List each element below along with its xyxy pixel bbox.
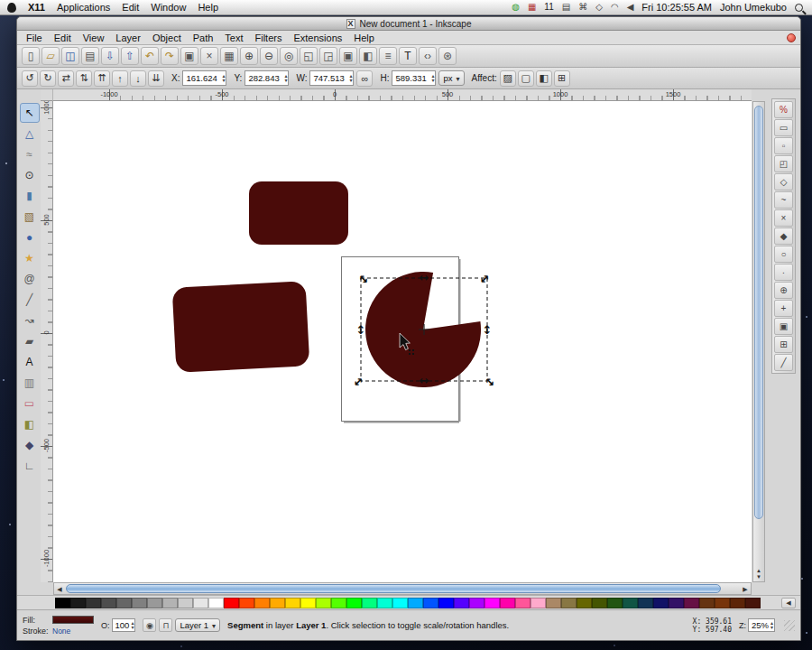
horizontal-scrollbar-thumb[interactable]: [66, 584, 721, 593]
palette-swatch-5[interactable]: [132, 598, 147, 608]
fill-swatch[interactable]: [52, 616, 94, 624]
scroll-left-arrow[interactable]: [54, 584, 65, 594]
snap-toggle[interactable]: %: [774, 101, 793, 118]
menu-layer[interactable]: Layer: [115, 32, 141, 43]
snap-cusp-nodes-toggle[interactable]: ◆: [774, 228, 793, 245]
copy-button[interactable]: ▣: [180, 47, 198, 65]
palette-swatch-17[interactable]: [316, 598, 331, 608]
flip-vertical-button[interactable]: ⇅: [76, 70, 92, 87]
palette-swatch-9[interactable]: [193, 598, 208, 608]
menubar-item-applications[interactable]: Applications: [57, 2, 110, 13]
palette-swatch-0[interactable]: [55, 598, 70, 608]
palette-swatch-23[interactable]: [408, 598, 423, 608]
palette-swatch-32[interactable]: [546, 598, 561, 608]
palette-scroll-left-icon[interactable]: ◀: [781, 598, 796, 608]
lower-to-bottom-button[interactable]: ⇊: [148, 70, 164, 87]
layer-dropdown[interactable]: Layer 1: [175, 618, 220, 632]
sync-status-icon[interactable]: ◍: [512, 3, 520, 12]
redo-button[interactable]: ↷: [161, 47, 179, 65]
zoom-input[interactable]: 25%: [748, 618, 775, 632]
tweak-tool[interactable]: ≈: [20, 144, 40, 164]
paste-button[interactable]: ▦: [220, 47, 238, 65]
paint-bucket-tool[interactable]: ◧: [20, 414, 40, 434]
palette-swatch-3[interactable]: [101, 598, 116, 608]
clone-button[interactable]: ◲: [319, 47, 337, 65]
preferences-button[interactable]: ⊛: [438, 47, 457, 65]
palette-swatch-4[interactable]: [116, 598, 132, 608]
palette-swatch-2[interactable]: [86, 598, 101, 608]
palette-swatch-26[interactable]: [454, 598, 469, 608]
vertical-scrollbar-arrows[interactable]: [753, 568, 764, 580]
skew-handle-left[interactable]: ↕: [356, 323, 366, 337]
lower-button[interactable]: ↓: [130, 70, 146, 87]
rounded-rectangle-shape-2[interactable]: [172, 281, 310, 373]
rounded-rectangle-shape-1[interactable]: [249, 181, 348, 245]
rectangle-tool[interactable]: ▮: [20, 186, 40, 206]
palette-swatch-15[interactable]: [285, 598, 300, 608]
affect-move-patterns-toggle[interactable]: ▢: [518, 70, 534, 87]
rotate-ccw-button[interactable]: ↺: [22, 70, 38, 87]
node-tool[interactable]: △: [20, 124, 40, 144]
stroke-value[interactable]: None: [52, 627, 94, 636]
palette-swatch-36[interactable]: [607, 598, 623, 608]
spotlight-icon[interactable]: [795, 4, 803, 12]
palette-swatch-37[interactable]: [623, 598, 638, 608]
snap-smooth-nodes-toggle[interactable]: ○: [774, 246, 793, 263]
y-spinner[interactable]: [284, 74, 287, 83]
width-spinner[interactable]: [349, 74, 352, 83]
box3d-tool[interactable]: ▧: [20, 207, 40, 227]
palette-swatch-20[interactable]: [362, 598, 377, 608]
vertical-ruler[interactable]: 10005000-500-1000: [41, 101, 53, 582]
zoom-drawing-button[interactable]: ◎: [280, 47, 298, 65]
affect-move-gradients-toggle[interactable]: ▨: [500, 70, 516, 87]
snap-guides-toggle[interactable]: ╱: [774, 354, 793, 371]
canvas-area[interactable]: ↔ ↔ ↔ ↕ ↕ ↔ ↔ ↔: [53, 101, 752, 582]
calligraphy-tool[interactable]: ▰: [20, 331, 40, 351]
rotate-handle-top-right[interactable]: ↔: [476, 271, 493, 287]
height-spinner[interactable]: [431, 74, 434, 83]
xml-editor-button[interactable]: ‹›: [419, 47, 437, 65]
new-document-button[interactable]: ▯: [22, 47, 40, 65]
flip-horizontal-button[interactable]: ⇄: [58, 70, 74, 87]
menu-extensions[interactable]: Extensions: [293, 32, 342, 43]
zoom-out-button[interactable]: ⊖: [260, 47, 278, 65]
affect-scale-stroke-toggle[interactable]: ◧: [536, 70, 552, 87]
save-button[interactable]: ◫: [61, 47, 79, 65]
palette-swatch-34[interactable]: [577, 598, 592, 608]
palette-swatch-39[interactable]: [653, 598, 669, 608]
text-tool[interactable]: A: [20, 352, 40, 372]
resize-grip[interactable]: [784, 620, 795, 631]
palette-swatch-45[interactable]: [745, 598, 761, 608]
window-count-indicator[interactable]: 11: [544, 3, 553, 12]
opacity-spinner[interactable]: [131, 621, 134, 630]
menu-view[interactable]: View: [83, 32, 105, 43]
volume-icon[interactable]: ◀: [627, 3, 634, 12]
menubar-item-window[interactable]: Window: [151, 2, 186, 13]
menu-help[interactable]: Help: [354, 32, 374, 43]
skew-handle-right[interactable]: ↕: [483, 323, 493, 337]
snap-bbox-corners-toggle[interactable]: ◰: [774, 155, 793, 172]
zoom-in-button[interactable]: ⊕: [240, 47, 258, 65]
duplicate-button[interactable]: ◱: [300, 47, 318, 65]
apple-menu-icon[interactable]: [7, 3, 16, 13]
bluetooth-icon[interactable]: ◇: [595, 3, 603, 12]
ellipse-tool[interactable]: ●: [20, 228, 40, 247]
layer-visibility-icon[interactable]: ◉: [143, 618, 156, 632]
palette-swatch-21[interactable]: [377, 598, 392, 608]
star-tool[interactable]: ★: [20, 248, 40, 268]
snap-midpoints-toggle[interactable]: ∙: [774, 264, 793, 281]
snap-rotation-center-toggle[interactable]: +: [774, 300, 793, 317]
drawing-canvas[interactable]: ↔ ↔ ↔ ↕ ↕ ↔ ↔ ↔: [53, 101, 752, 582]
palette-swatch-18[interactable]: [331, 598, 346, 608]
palette-swatch-30[interactable]: [515, 598, 531, 608]
palette-swatch-12[interactable]: [239, 598, 254, 608]
text-dialog-button[interactable]: T: [399, 47, 417, 65]
align-button[interactable]: ≡: [379, 47, 397, 65]
palette-swatch-8[interactable]: [178, 598, 193, 608]
affect-scale-corners-toggle[interactable]: ⊞: [554, 70, 570, 87]
menu-edit[interactable]: Edit: [54, 32, 71, 43]
palette-swatch-42[interactable]: [699, 598, 715, 608]
menubar-item-help[interactable]: Help: [198, 2, 218, 13]
palette-swatch-31[interactable]: [531, 598, 546, 608]
menu-object[interactable]: Object: [152, 32, 181, 43]
